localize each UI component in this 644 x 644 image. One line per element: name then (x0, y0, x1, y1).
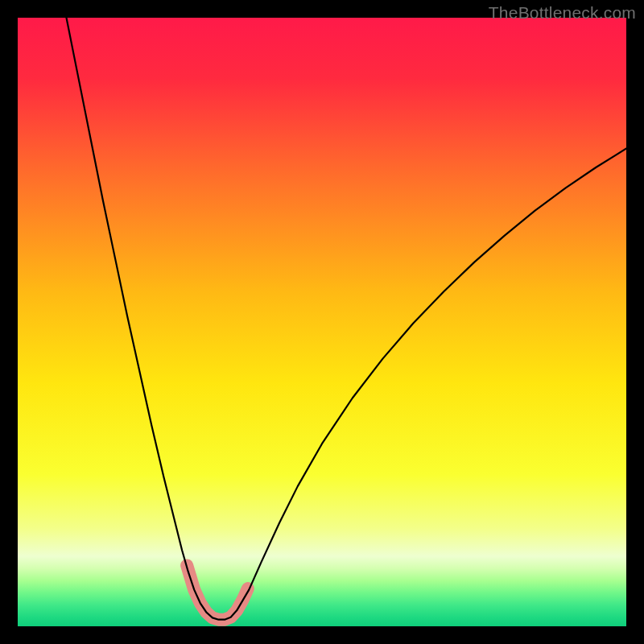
bottleneck-chart (18, 18, 626, 626)
chart-frame (18, 18, 626, 626)
gradient-background (18, 18, 626, 626)
attribution-text: TheBottleneck.com (489, 3, 636, 23)
